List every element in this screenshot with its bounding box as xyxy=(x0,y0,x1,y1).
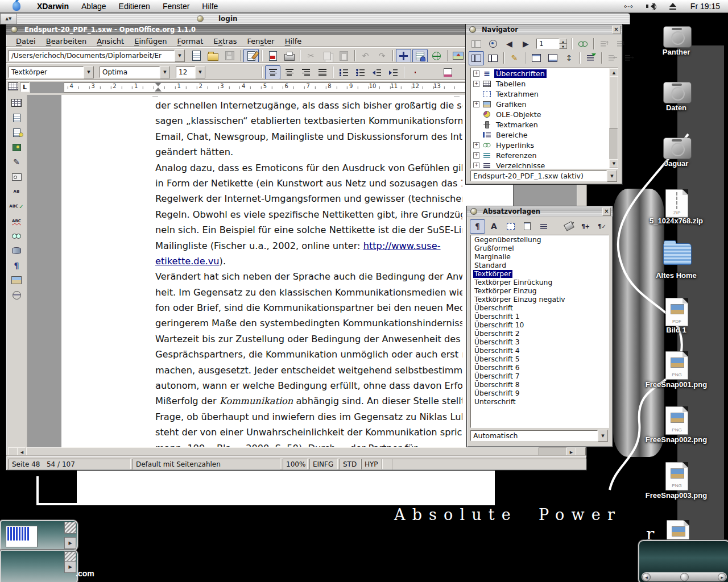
insert-fields-button[interactable] xyxy=(7,126,26,139)
nonprinting-characters-button[interactable]: ¶ xyxy=(7,259,26,272)
desktop-icon-FreeSnap003.png[interactable]: PNG xyxy=(665,462,688,490)
style-item[interactable]: Textkörper Einzug xyxy=(471,286,609,295)
expander-icon[interactable]: + xyxy=(473,142,479,148)
stylist-button[interactable] xyxy=(412,49,428,63)
writer-window-button[interactable] xyxy=(11,26,18,33)
corner-window-scrollbar[interactable]: ◀ ▶ xyxy=(642,572,727,581)
style-item[interactable]: Textkörper Einrückung xyxy=(471,278,609,286)
align-right-button[interactable] xyxy=(298,65,313,80)
menu-ablage[interactable]: Ablage xyxy=(75,2,113,11)
draw-functions-button[interactable]: ✎ xyxy=(7,155,26,169)
navigator-scroll-down[interactable]: ▼ xyxy=(609,159,618,168)
corner-scroll-right-icon[interactable]: ▶ xyxy=(718,573,726,581)
font-size-dropdown[interactable]: ▼ xyxy=(195,66,205,78)
navigator-window-button[interactable] xyxy=(469,26,476,33)
find-replace-button[interactable] xyxy=(7,229,26,243)
style-item[interactable]: Grußformel xyxy=(471,244,609,252)
navigator-item-überschriften[interactable]: +≡Überschriften xyxy=(471,68,609,78)
previous-button[interactable]: ◀ xyxy=(502,37,517,51)
window-resize-button[interactable] xyxy=(64,522,76,534)
collapsed-window-1[interactable]: ▶ xyxy=(0,520,78,551)
spellcheck-button[interactable]: ABC xyxy=(7,199,26,213)
expander-icon[interactable]: + xyxy=(473,81,479,87)
increase-indent-button[interactable] xyxy=(386,65,401,80)
form-functions-button[interactable] xyxy=(7,170,26,184)
hscroll-thumb[interactable] xyxy=(26,447,539,457)
font-color-button[interactable] xyxy=(407,65,423,80)
style-item[interactable]: Standard xyxy=(471,261,609,269)
italic-button[interactable] xyxy=(227,65,242,80)
insert-table-button[interactable] xyxy=(7,96,26,110)
page-number-spinbox[interactable]: 1▲▼ xyxy=(536,39,567,49)
page-spinner[interactable]: ▲▼ xyxy=(559,39,567,49)
style-item[interactable]: Überschrift 8 xyxy=(471,380,609,389)
open-document-button[interactable] xyxy=(205,49,221,63)
align-justify-button[interactable] xyxy=(315,65,330,80)
resize-corner[interactable] xyxy=(576,447,586,457)
drag-hyperlink-button[interactable] xyxy=(575,37,590,51)
bold-button[interactable] xyxy=(210,65,226,80)
writer-menu-einfügen[interactable]: Einfügen xyxy=(129,37,172,45)
highlighting-button[interactable] xyxy=(424,65,439,80)
toggle-view-button[interactable] xyxy=(485,51,500,65)
expander-icon[interactable]: + xyxy=(473,101,479,107)
hyperlink-dialog-button[interactable] xyxy=(429,49,444,63)
paragraph-style-combo[interactable]: Textkörper xyxy=(9,66,84,78)
statusbar-selection-mode[interactable]: STD xyxy=(340,459,361,469)
footer-button[interactable] xyxy=(545,51,560,65)
underline-button[interactable] xyxy=(243,65,259,80)
paragraph-styles-button[interactable]: ¶ xyxy=(470,219,485,234)
menu-fenster[interactable]: Fenster xyxy=(156,2,196,11)
background-color-button[interactable] xyxy=(440,65,456,80)
navigator-scroll-thumb[interactable] xyxy=(609,76,618,128)
navigator-item-tabellen[interactable]: +Tabellen xyxy=(471,78,609,89)
desktop-icon-5_1024x768.zip[interactable]: ZIP xyxy=(665,189,688,218)
desktop-icon-FreeSnap002.png[interactable]: PNG xyxy=(665,406,688,435)
corner-window[interactable]: ◀ ▶ xyxy=(638,540,728,582)
navigator-scrollbar[interactable]: ▲ ▼ xyxy=(609,68,618,168)
window-expand-button-2[interactable]: ▶ xyxy=(64,561,76,573)
navigator-list[interactable]: +≡Überschriften+TabellenTextrahmen+Grafi… xyxy=(470,68,618,169)
desktop-icon-FreeSnap001.png[interactable]: PNG xyxy=(665,351,688,380)
navigator-item-textmarken[interactable]: Textmarken xyxy=(471,119,609,130)
stylist-filter[interactable]: Automatisch ▼ xyxy=(470,430,608,441)
expander-icon[interactable]: + xyxy=(473,163,479,169)
volume-icon[interactable] xyxy=(646,3,655,10)
style-item[interactable]: Überschrift 9 xyxy=(471,389,609,397)
data-sources-button[interactable] xyxy=(7,244,26,257)
login-window-button[interactable] xyxy=(197,15,204,22)
navigator-item-hyperlinks[interactable]: +Hyperlinks xyxy=(471,140,609,150)
navigator-item-ole-objekte[interactable]: OLE-Objekte xyxy=(471,109,609,119)
style-item[interactable]: Überschrift 10 xyxy=(471,321,609,329)
online-layout-button[interactable] xyxy=(7,288,26,302)
indent-marker-top[interactable] xyxy=(155,82,162,86)
edit-file-button[interactable] xyxy=(243,49,259,63)
corner-scroll-thumb[interactable] xyxy=(680,573,689,581)
url-dropdown-button[interactable]: ▼ xyxy=(175,49,185,62)
style-item[interactable]: Marginalie xyxy=(471,252,609,261)
next-button[interactable]: ▶ xyxy=(518,37,533,51)
desktop-icon-Panther[interactable] xyxy=(663,26,692,48)
login-window-titlebar[interactable]: login xyxy=(16,13,630,24)
font-name-dropdown[interactable]: ▼ xyxy=(160,66,170,78)
menu-hilfe[interactable]: Hilfe xyxy=(196,2,224,11)
document-text[interactable]: der schnellen Internetzugänge, als dass … xyxy=(155,98,462,447)
new-style-from-selection-button[interactable]: ¶+ xyxy=(578,219,593,234)
statusbar-page[interactable]: Seite 48 54 / 107 xyxy=(9,459,131,469)
navigator-item-referenzen[interactable]: +Referenzen xyxy=(471,150,609,160)
set-reminder-button[interactable]: ✎ xyxy=(507,51,522,65)
style-item[interactable]: Überschrift 3 xyxy=(471,338,609,346)
gallery-button[interactable] xyxy=(450,49,466,63)
decrease-indent-button[interactable] xyxy=(369,65,384,80)
font-size-combo[interactable]: 12 xyxy=(176,66,195,78)
style-item[interactable]: Überschrift 7 xyxy=(471,372,609,380)
spin-up-icon[interactable]: ▲ xyxy=(559,39,567,44)
apple-menu-icon[interactable] xyxy=(13,2,20,11)
desktop-icon-Bild 1[interactable]: PDF xyxy=(665,298,688,326)
window-expand-button[interactable]: ▶ xyxy=(64,537,76,549)
writer-menu-bearbeiten[interactable]: Bearbeiten xyxy=(41,37,92,45)
character-styles-button[interactable]: A xyxy=(486,219,502,234)
writer-menu-ansicht[interactable]: Ansicht xyxy=(92,37,129,45)
scroll-right-button[interactable]: ▶ xyxy=(566,447,576,457)
eject-icon[interactable] xyxy=(669,3,677,10)
